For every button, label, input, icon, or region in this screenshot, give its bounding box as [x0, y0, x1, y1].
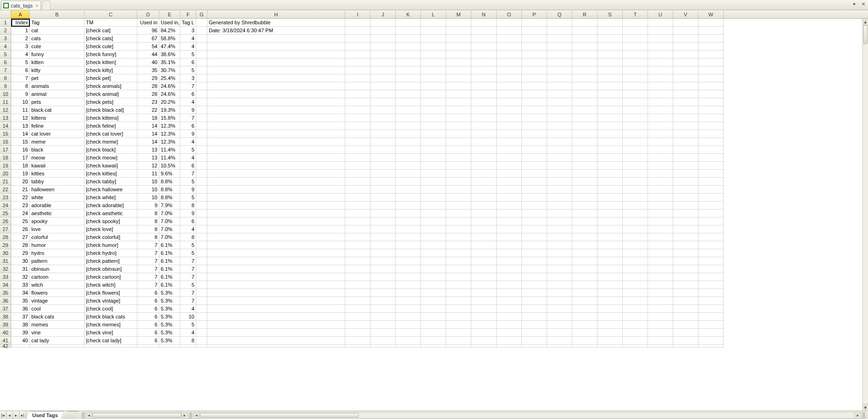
cell[interactable] [421, 289, 446, 297]
cell[interactable]: memes [30, 321, 85, 329]
cell[interactable] [598, 138, 623, 146]
cell[interactable]: 10.5% [159, 162, 180, 170]
cell[interactable] [648, 114, 673, 122]
cell[interactable]: black cats [30, 313, 85, 321]
cell[interactable] [547, 162, 572, 170]
cell[interactable] [471, 146, 497, 154]
cell[interactable] [207, 281, 345, 289]
cell[interactable]: 5 [180, 281, 196, 289]
column-header-s[interactable]: S [598, 10, 623, 18]
cell[interactable] [598, 106, 623, 114]
cell[interactable]: 1 [11, 27, 30, 35]
cell[interactable] [370, 281, 396, 289]
cell[interactable] [648, 138, 673, 146]
cell[interactable] [345, 241, 370, 249]
cell[interactable] [522, 241, 547, 249]
cell[interactable]: [check animals] [85, 82, 137, 90]
cell[interactable]: [check spooky] [85, 217, 137, 225]
cell[interactable] [207, 138, 345, 146]
cell[interactable] [471, 178, 497, 186]
cell[interactable] [648, 146, 673, 154]
cell[interactable]: 7 [180, 273, 196, 281]
cell[interactable] [673, 66, 698, 74]
cell[interactable] [673, 210, 698, 217]
cell[interactable] [471, 58, 497, 66]
cell[interactable]: [check aesthetic [85, 210, 137, 217]
cell[interactable]: 16 [11, 146, 30, 154]
cell[interactable] [698, 43, 724, 51]
cell[interactable]: [check black cat] [85, 106, 137, 114]
cell[interactable] [370, 337, 396, 345]
horizontal-scroll-thumb[interactable] [200, 413, 359, 418]
cell[interactable] [572, 297, 598, 305]
cell[interactable] [370, 265, 396, 273]
cell[interactable] [345, 106, 370, 114]
cell[interactable] [396, 138, 421, 146]
cell[interactable]: white [30, 194, 85, 202]
cell[interactable]: 9.6% [159, 170, 180, 178]
cell[interactable]: 5 [180, 66, 196, 74]
cell[interactable] [446, 122, 471, 130]
cell[interactable]: 7 [180, 289, 196, 297]
cell[interactable] [698, 178, 724, 186]
cell[interactable] [446, 313, 471, 321]
cell[interactable] [396, 337, 421, 345]
cell[interactable] [623, 225, 648, 233]
cell[interactable] [698, 19, 724, 27]
cell[interactable] [623, 106, 648, 114]
cell[interactable]: cat lover [30, 130, 85, 138]
cell[interactable]: kawaii [30, 162, 85, 170]
cell[interactable] [673, 114, 698, 122]
cell[interactable] [648, 106, 673, 114]
cell[interactable] [547, 281, 572, 289]
cell[interactable] [471, 210, 497, 217]
cell[interactable] [370, 74, 396, 82]
cell[interactable]: 25.4% [159, 74, 180, 82]
cell[interactable] [497, 51, 522, 58]
cell[interactable] [673, 130, 698, 138]
cell[interactable]: [check kittens] [85, 114, 137, 122]
cell[interactable] [497, 194, 522, 202]
new-document-tab[interactable] [42, 0, 50, 10]
cell[interactable] [522, 58, 547, 66]
cell[interactable]: [check witch] [85, 281, 137, 289]
horizontal-scrollbar-right[interactable]: ◂ ▸ [193, 412, 861, 419]
cell[interactable]: 6.1% [159, 273, 180, 281]
cell[interactable] [497, 82, 522, 90]
cell[interactable] [207, 82, 345, 90]
cell[interactable] [196, 51, 207, 58]
cell[interactable]: 32 [11, 273, 30, 281]
cell[interactable] [396, 329, 421, 337]
cell[interactable] [572, 114, 598, 122]
cell[interactable] [648, 321, 673, 329]
cell[interactable] [471, 273, 497, 281]
cell[interactable] [598, 122, 623, 130]
cell[interactable] [547, 297, 572, 305]
cell[interactable] [196, 233, 207, 241]
cell[interactable]: 28 [11, 241, 30, 249]
cell[interactable]: aesthetic [30, 210, 85, 217]
cell[interactable] [698, 202, 724, 210]
cell[interactable] [572, 257, 598, 265]
cell[interactable] [207, 146, 345, 154]
cell[interactable] [673, 217, 698, 225]
cell[interactable] [547, 186, 572, 194]
cell[interactable] [421, 58, 446, 66]
cell[interactable] [572, 289, 598, 297]
cell[interactable] [522, 27, 547, 35]
cell[interactable]: cute [30, 43, 85, 51]
cell[interactable] [207, 345, 345, 347]
cell[interactable] [623, 122, 648, 130]
cell[interactable]: Generated by Shredbubble [207, 19, 345, 27]
cell[interactable] [207, 313, 345, 321]
row-header[interactable]: 24 [0, 202, 11, 210]
cell[interactable] [497, 162, 522, 170]
cell[interactable] [497, 337, 522, 345]
cell[interactable]: 5 [180, 249, 196, 257]
cell[interactable] [648, 98, 673, 106]
cell[interactable] [698, 138, 724, 146]
cell[interactable]: 6.1% [159, 241, 180, 249]
cell[interactable]: 96 [137, 27, 159, 35]
cell[interactable]: [check pets] [85, 98, 137, 106]
cell[interactable] [598, 146, 623, 154]
